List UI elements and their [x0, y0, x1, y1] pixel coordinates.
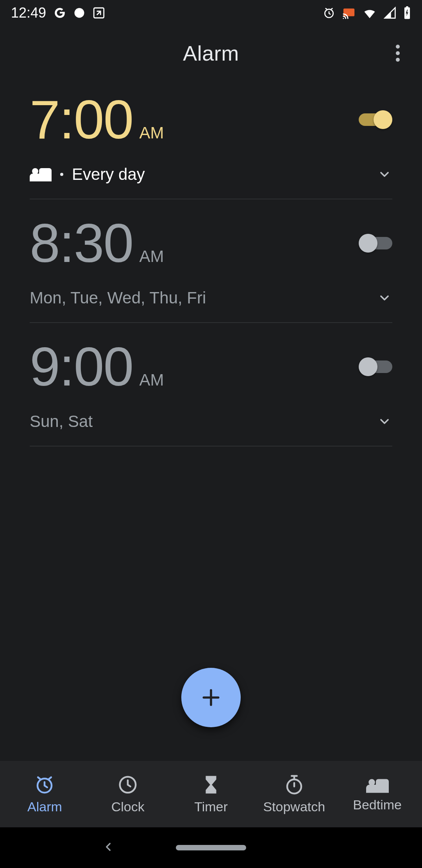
alarm-sub-row: Every day: [30, 165, 392, 184]
alarm-time-main: 8:30: [30, 216, 133, 271]
alarm-item[interactable]: 8:30 AM Mon, Tue, Wed, Thu, Fri: [30, 216, 392, 323]
nav-tab-clock[interactable]: Clock: [86, 774, 170, 814]
nav-label: Stopwatch: [263, 799, 325, 814]
cell-signal-icon: [384, 7, 396, 19]
wifi-icon: [363, 6, 377, 20]
notification-dot-icon: [73, 7, 85, 19]
svg-point-15: [368, 779, 375, 786]
svg-point-9: [32, 168, 38, 174]
alarm-schedule: Mon, Tue, Wed, Thu, Fri: [30, 289, 206, 307]
alarm-set-icon: [323, 7, 335, 19]
alarm-time-row: 9:00 AM: [30, 339, 392, 394]
alarm-sub-row: Sun, Sat: [30, 412, 392, 431]
alarm-schedule-group: Every day: [30, 165, 145, 184]
nav-label: Timer: [194, 799, 228, 814]
add-alarm-fab[interactable]: [181, 668, 241, 727]
nav-tab-alarm[interactable]: Alarm: [3, 774, 86, 814]
hourglass-icon: [200, 774, 222, 795]
system-nav-bar: [0, 827, 422, 868]
alarm-sub-row: Mon, Tue, Wed, Thu, Fri: [30, 289, 392, 307]
alarm-schedule: Every day: [72, 165, 145, 184]
svg-point-6: [396, 45, 400, 48]
stopwatch-icon: [284, 774, 305, 795]
page-title: Alarm: [183, 41, 239, 65]
status-bar-time: 12:49: [11, 5, 46, 21]
cast-icon: [342, 6, 356, 20]
alarm-toggle[interactable]: [359, 357, 392, 376]
svg-rect-5: [406, 6, 408, 8]
nav-tab-bedtime[interactable]: Bedtime: [336, 776, 419, 812]
back-button[interactable]: [102, 840, 115, 855]
nav-label: Clock: [111, 799, 145, 814]
alarm-schedule-group: Mon, Tue, Wed, Thu, Fri: [30, 289, 206, 307]
google-g-icon: [53, 6, 66, 20]
nav-tab-timer[interactable]: Timer: [170, 774, 253, 814]
bottom-nav: Alarm Clock Timer Stopw: [0, 761, 422, 827]
alarm-schedule: Sun, Sat: [30, 412, 93, 431]
alarm-time-main: 7:00: [30, 92, 133, 147]
svg-point-0: [75, 8, 84, 18]
screenshot-icon: [92, 6, 106, 20]
screen-root: 12:49: [0, 0, 422, 868]
alarm-clock-icon: [34, 774, 55, 795]
svg-point-7: [396, 51, 400, 55]
alarm-time[interactable]: 8:30 AM: [30, 216, 164, 271]
home-pill[interactable]: [176, 845, 246, 850]
overflow-menu-button[interactable]: [387, 42, 409, 64]
alarm-toggle[interactable]: [359, 110, 392, 129]
nav-label: Bedtime: [353, 797, 402, 812]
separator-dot-icon: [60, 173, 63, 176]
alarm-time-row: 7:00 AM: [30, 92, 392, 147]
nav-label: Alarm: [27, 799, 62, 814]
alarm-item[interactable]: 9:00 AM Sun, Sat: [30, 339, 392, 447]
alarm-time-suffix: AM: [139, 247, 164, 266]
alarm-time[interactable]: 7:00 AM: [30, 92, 164, 147]
alarm-list[interactable]: 7:00 AM Every day: [0, 81, 422, 868]
alarm-schedule-group: Sun, Sat: [30, 412, 93, 431]
alarm-time-suffix: AM: [139, 371, 164, 389]
alarm-toggle[interactable]: [359, 234, 392, 253]
expand-alarm-button[interactable]: [377, 167, 392, 182]
app-bar: Alarm: [0, 26, 422, 81]
alarm-time-suffix: AM: [139, 124, 164, 142]
alarm-time[interactable]: 9:00 AM: [30, 339, 164, 394]
bedtime-icon: [30, 165, 52, 183]
expand-alarm-button[interactable]: [377, 290, 392, 306]
nav-tab-stopwatch[interactable]: Stopwatch: [252, 774, 336, 814]
alarm-item[interactable]: 7:00 AM Every day: [30, 92, 392, 199]
alarm-time-main: 9:00: [30, 339, 133, 394]
status-bar-left: 12:49: [11, 5, 106, 21]
clock-icon: [117, 774, 138, 795]
expand-alarm-button[interactable]: [377, 414, 392, 429]
status-bar-right: [323, 6, 411, 20]
svg-point-8: [396, 58, 400, 62]
svg-rect-3: [343, 9, 354, 16]
bed-icon: [366, 776, 389, 793]
status-bar: 12:49: [0, 0, 422, 26]
alarm-time-row: 8:30 AM: [30, 216, 392, 271]
battery-charging-icon: [403, 6, 411, 20]
